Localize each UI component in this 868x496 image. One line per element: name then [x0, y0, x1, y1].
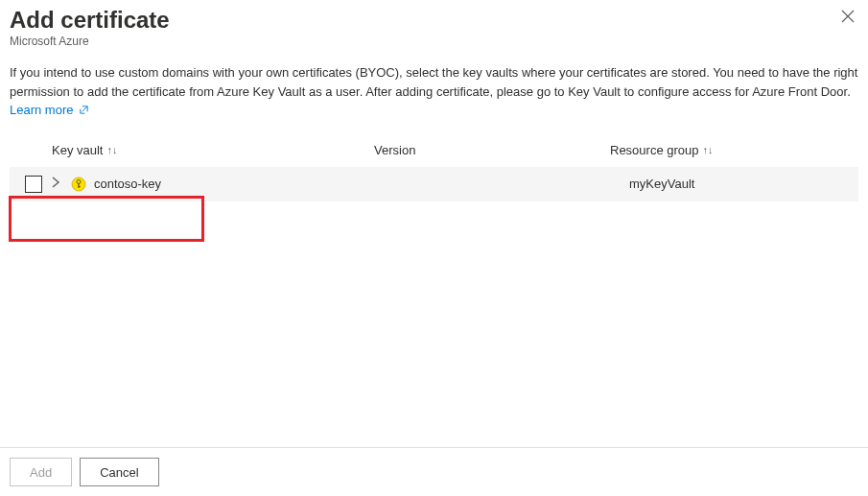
table-header-row: Key vault ↑↓ Version Resource group ↑↓ — [10, 137, 858, 167]
close-icon — [841, 10, 855, 23]
column-header-key-vault[interactable]: Key vault ↑↓ — [52, 143, 374, 157]
table-row[interactable]: contoso-key myKeyVault — [10, 167, 858, 201]
svg-rect-3 — [78, 186, 80, 187]
cancel-button[interactable]: Cancel — [80, 458, 158, 486]
footer-bar: Add Cancel — [0, 447, 868, 496]
column-header-version[interactable]: Version — [374, 143, 610, 157]
sort-icon: ↑↓ — [703, 145, 714, 155]
key-vault-icon — [71, 177, 86, 192]
column-header-resource-group-label: Resource group — [610, 143, 699, 157]
learn-more-label: Learn more — [10, 103, 73, 117]
panel-title: Add certificate — [10, 6, 170, 35]
row-checkbox[interactable] — [25, 176, 42, 193]
close-button[interactable] — [837, 6, 858, 27]
add-button[interactable]: Add — [10, 458, 72, 486]
chevron-right-icon — [50, 177, 61, 191]
row-key-vault-name: contoso-key — [94, 177, 393, 191]
description-block: If you intend to use custom domains with… — [10, 63, 858, 120]
description-text: If you intend to use custom domains with… — [10, 65, 857, 99]
row-resource-group: myKeyVault — [629, 177, 858, 191]
column-header-key-vault-label: Key vault — [52, 143, 103, 157]
svg-rect-2 — [78, 183, 79, 188]
external-link-icon — [77, 103, 89, 117]
column-header-resource-group[interactable]: Resource group ↑↓ — [610, 143, 858, 157]
panel-subtitle: Microsoft Azure — [10, 35, 170, 48]
column-header-version-label: Version — [374, 143, 415, 157]
expand-row-button[interactable] — [50, 177, 61, 191]
learn-more-link[interactable]: Learn more — [10, 103, 89, 117]
sort-icon: ↑↓ — [106, 145, 117, 155]
